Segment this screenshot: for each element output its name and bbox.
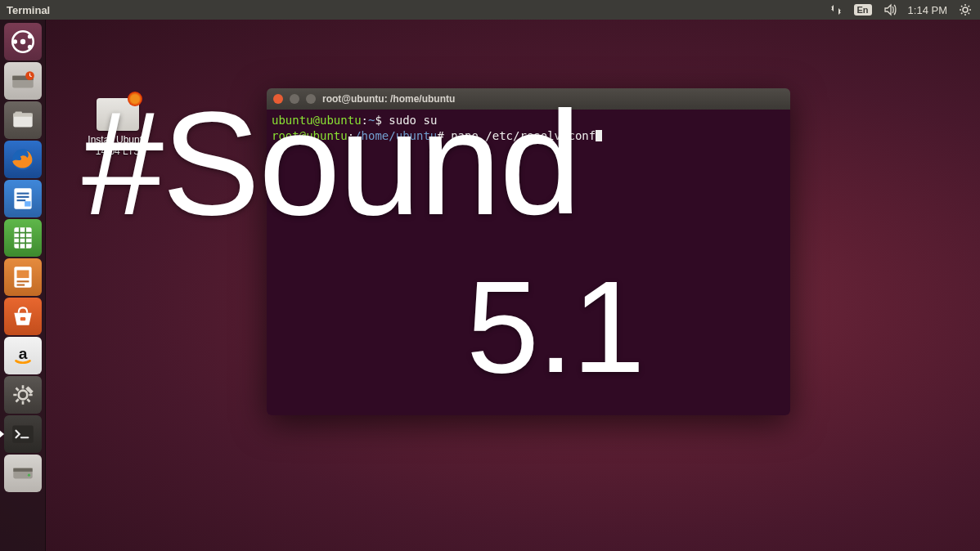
svg-point-0 — [963, 7, 968, 12]
overlay-text-sound: #Sound — [82, 90, 580, 237]
unity-launcher: a — [0, 20, 46, 551]
svg-point-4 — [27, 45, 31, 49]
top-menu-bar: Terminal En 1:14 PM — [0, 0, 980, 20]
svg-point-2 — [20, 39, 25, 44]
svg-point-5 — [12, 39, 16, 43]
active-app-title: Terminal — [7, 4, 50, 16]
svg-point-29 — [27, 474, 29, 477]
terminal-cursor-icon — [596, 130, 602, 141]
launcher-terminal[interactable] — [4, 415, 42, 453]
menubar-left: Terminal — [3, 4, 50, 16]
launcher-firefox[interactable] — [4, 141, 42, 178]
launcher-libreoffice-impress[interactable] — [4, 258, 42, 296]
sound-indicator-icon[interactable] — [883, 3, 897, 16]
svg-rect-11 — [15, 111, 22, 114]
launcher-files[interactable] — [4, 101, 42, 139]
overlay-text-version: 5.1 — [466, 262, 643, 392]
svg-point-3 — [27, 34, 31, 38]
svg-point-25 — [18, 391, 27, 400]
launcher-ubuntu-software[interactable] — [4, 298, 42, 335]
language-indicator[interactable]: En — [854, 4, 872, 16]
launcher-system-settings[interactable] — [4, 376, 42, 414]
network-indicator-icon[interactable] — [829, 3, 843, 16]
svg-rect-26 — [12, 425, 34, 442]
svg-rect-17 — [25, 201, 30, 206]
launcher-dash-home[interactable] — [4, 23, 42, 60]
session-gear-icon[interactable] — [959, 3, 972, 16]
svg-rect-14 — [16, 193, 29, 195]
svg-rect-21 — [16, 280, 29, 282]
svg-rect-15 — [16, 196, 29, 198]
launcher-install-ubuntu[interactable] — [4, 62, 42, 100]
launcher-external-drive[interactable] — [4, 455, 42, 492]
svg-text:a: a — [18, 345, 27, 362]
launcher-amazon[interactable]: a — [4, 337, 42, 374]
launcher-libreoffice-calc[interactable] — [4, 219, 42, 257]
svg-rect-28 — [13, 468, 32, 472]
clock[interactable]: 1:14 PM — [908, 4, 947, 16]
menubar-right: En 1:14 PM — [829, 3, 977, 16]
svg-rect-16 — [16, 199, 25, 201]
svg-rect-22 — [16, 284, 25, 286]
svg-rect-23 — [20, 317, 25, 320]
svg-rect-20 — [16, 271, 29, 279]
launcher-running-indicator-icon — [0, 430, 4, 438]
launcher-libreoffice-writer[interactable] — [4, 180, 42, 217]
